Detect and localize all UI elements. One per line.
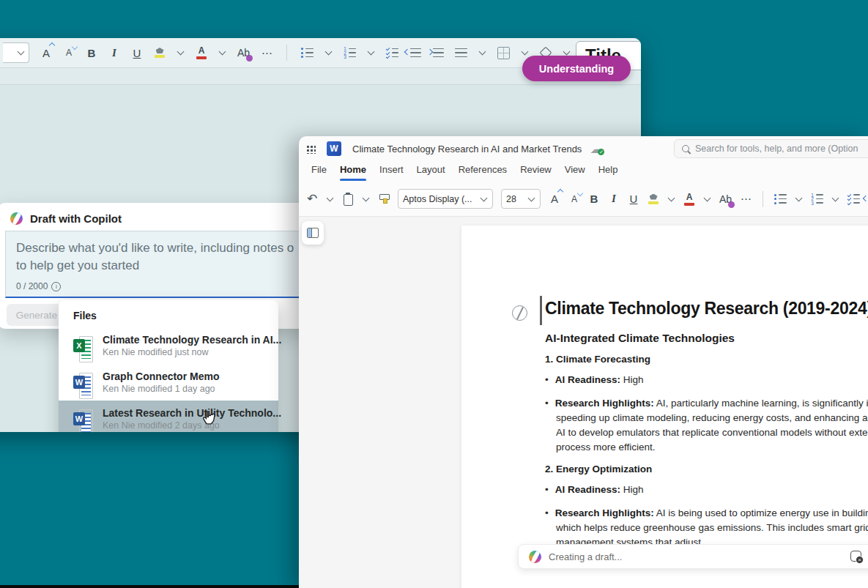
tab-references[interactable]: References [452,161,513,182]
bullet-label: Research Highlights: [555,398,654,409]
chevron-down-icon[interactable] [522,48,529,56]
font-size-select[interactable]: 28 [501,189,541,209]
highlighter-icon[interactable] [648,190,659,209]
bullet-list-button[interactable] [774,190,787,209]
pane-toggle-button[interactable] [302,221,324,245]
font-size-select-partial[interactable] [3,42,29,63]
bullet-list-button[interactable] [301,43,314,62]
numbered-list-icon[interactable]: 123 [811,194,823,204]
format-painter-icon[interactable] [378,190,390,209]
chevron-down-icon[interactable] [563,48,571,56]
word-file-icon: W [73,373,93,392]
document-page[interactable]: Climate Technology Research (2019-2024) … [461,226,868,588]
highlighter-icon[interactable] [154,43,166,62]
chevron-down-icon[interactable] [363,194,370,201]
underline-icon[interactable]: U [131,43,143,62]
paste-icon[interactable] [342,190,354,209]
checklist-button[interactable] [847,190,860,209]
undo-icon[interactable]: ↶ [306,190,318,209]
font-color-icon[interactable]: A [196,43,207,62]
bold-icon[interactable]: B [86,43,97,62]
chevron-down-icon[interactable] [219,48,226,56]
app-launcher-icon[interactable] [306,144,316,154]
excel-file-icon: X [73,336,93,356]
font-name-select[interactable]: Aptos Display (... [398,189,493,209]
bullet-continuation: process more efficient. [556,440,868,455]
checklist-icon[interactable] [847,194,860,204]
chevron-down-icon [528,194,535,201]
bullet-list-icon[interactable] [774,194,787,204]
bold-icon[interactable]: B [588,190,600,209]
copilot-margin-icon[interactable] [512,305,527,321]
tab-review[interactable]: Review [513,161,558,182]
chevron-down-icon[interactable] [327,194,334,201]
chevron-down-icon[interactable] [368,48,375,56]
file-meta: Ken Nie modified just now [103,347,281,357]
clear-formatting-icon[interactable]: Ab [237,43,250,62]
file-list-item[interactable]: WGraph Connector MemoKen Nie modified 1 … [59,364,278,401]
tab-view[interactable]: View [558,161,592,182]
plain-icon[interactable] [433,48,444,58]
text-caret [540,296,542,325]
bullet-text: High [620,374,644,385]
word-file-icon: W [73,409,93,429]
more-options-icon[interactable]: ⋯ [740,190,752,209]
shrink-font-icon[interactable]: A [63,43,75,62]
italic-icon[interactable]: I [608,190,620,209]
font-color-icon[interactable]: A [683,190,695,209]
chevron-down-icon[interactable] [704,194,711,201]
grow-font-icon[interactable]: A [549,190,560,209]
chevron-down-icon[interactable] [177,48,185,56]
outdent-icon[interactable] [409,43,421,62]
document-bullet: •Research Highlights: AI, particularly m… [545,396,868,455]
table-borders-icon[interactable] [497,43,510,62]
checklist-button[interactable] [386,43,398,62]
tab-layout[interactable]: Layout [410,161,452,182]
toolbar-divider [286,45,287,61]
menu-bar: FileHomeInsertLayoutReferencesReviewView… [299,161,868,182]
document-title[interactable]: Climate Technology Research in AI and Ma… [352,144,582,155]
document-bullet: •AI Readiness: High [545,483,868,497]
numbered-list-button[interactable]: 123 [344,43,356,62]
line-spacing-icon[interactable] [455,43,467,62]
tab-home[interactable]: Home [333,161,373,182]
bullet-icon: • [545,484,549,495]
underline-icon[interactable]: U [628,190,639,209]
checklist-icon[interactable] [386,48,398,58]
bullet-list-icon[interactable] [301,48,314,58]
creating-status-text: Creating a draft... [549,551,622,562]
indent-icon[interactable] [432,43,444,62]
stop-generating-icon[interactable] [850,551,861,562]
search-box[interactable]: Search for tools, help, and more (Option [674,139,868,158]
document-heading: 1. Climate Forecasting [545,354,868,365]
tab-insert[interactable]: Insert [373,161,410,182]
clear-formatting-icon[interactable]: Ab [719,190,732,209]
shrink-font-icon[interactable]: A [568,190,580,209]
tab-help[interactable]: Help [592,161,625,182]
file-name: Graph Connector Memo [103,371,219,382]
file-list-item[interactable]: XClimate Technology Research in AI...Ken… [59,327,278,364]
chevron-down-icon[interactable] [668,194,675,201]
file-list-item[interactable]: WLatest Research in Utility Technolo...K… [59,401,278,432]
copilot-icon [529,551,541,563]
numbered-list-button[interactable]: 123 [811,190,823,209]
chevron-down-icon[interactable] [479,48,486,56]
plain-icon[interactable] [455,48,467,58]
plain-icon[interactable] [410,48,421,58]
more-options-icon[interactable]: ⋯ [261,43,272,62]
bullet-icon: • [545,507,549,518]
generate-button[interactable]: Generate [7,304,67,326]
file-meta: Ken Nie modified 2 days ago [103,420,281,431]
grow-font-icon[interactable]: A [40,43,52,62]
italic-icon[interactable]: I [108,43,120,62]
search-placeholder: Search for tools, help, and more (Option [695,144,858,154]
bullet-text: High [620,484,644,495]
document-content: Climate Technology Research (2019-2024) … [545,299,868,559]
understanding-badge[interactable]: Understanding [522,56,631,81]
chevron-down-icon[interactable] [795,194,803,201]
chevron-down-icon [18,48,25,56]
numbered-list-icon[interactable]: 123 [344,48,356,58]
chevron-down-icon[interactable] [325,48,333,56]
tab-file[interactable]: File [305,161,333,182]
chevron-down-icon[interactable] [832,194,839,201]
